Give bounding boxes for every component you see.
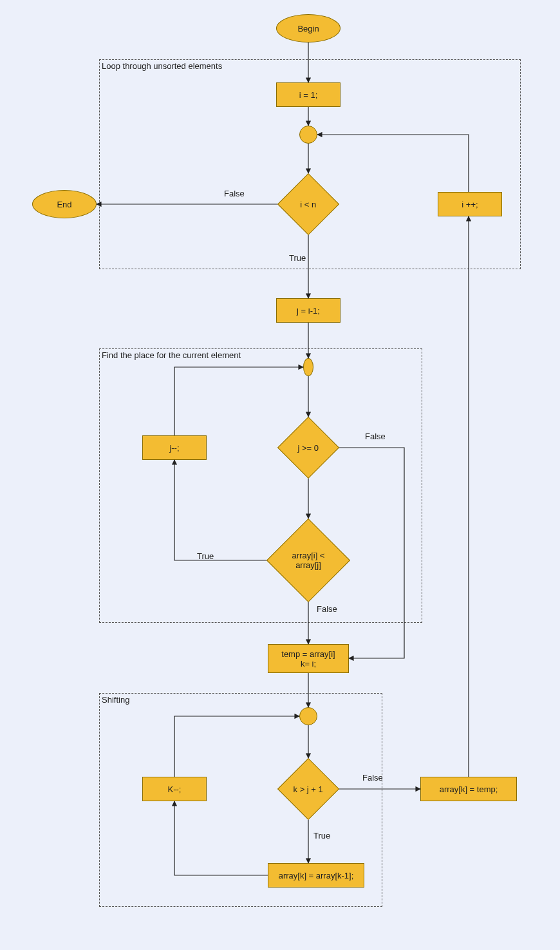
temp-node: temp = array[i] k= i; [268, 644, 349, 673]
j-init-node: j = i-1; [276, 298, 341, 323]
i-init-node: i = 1; [276, 82, 341, 107]
cond-i-label: i < n [287, 200, 330, 209]
assign-k-label: array[k] = array[k-1]; [279, 871, 354, 880]
lbl-false-4: False [362, 773, 383, 783]
group-find-title: Find the place for the current element [102, 350, 241, 360]
lbl-true-1: True [289, 253, 306, 263]
k-dec-node: K--; [142, 777, 207, 801]
i-inc-label: i ++; [462, 200, 478, 209]
lbl-true-4: True [313, 831, 330, 841]
group-shift-title: Shifting [102, 695, 129, 705]
group-find: Find the place for the current element [99, 348, 422, 623]
j-dec-node: j--; [142, 435, 207, 460]
lbl-false-3: False [317, 604, 337, 614]
temp-label: temp = array[i] k= i; [281, 649, 335, 669]
end-label: End [57, 200, 71, 209]
lbl-false-1: False [224, 189, 245, 198]
cond-j-label: j >= 0 [287, 443, 330, 453]
group-loop-title: Loop through unsorted elements [102, 61, 222, 71]
lbl-false-2: False [365, 432, 386, 441]
i-init-label: i = 1; [299, 90, 318, 100]
cond-cmp-label: array[i] < array[j] [279, 551, 337, 570]
merge-3 [299, 707, 317, 725]
merge-1 [299, 126, 317, 144]
cond-k-label: k > j + 1 [287, 784, 330, 794]
lbl-true-2: True [197, 551, 214, 561]
begin-label: Begin [297, 24, 319, 33]
assign-k-node: array[k] = array[k-1]; [268, 863, 364, 888]
k-dec-label: K--; [168, 784, 182, 794]
end-node: End [32, 190, 97, 218]
j-dec-label: j--; [169, 443, 179, 453]
j-init-label: j = i-1; [297, 306, 320, 316]
flowchart-canvas: Loop through unsorted elements Find the … [0, 0, 560, 950]
i-inc-node: i ++; [438, 192, 502, 216]
begin-node: Begin [276, 14, 341, 43]
merge-2 [303, 358, 313, 376]
assign-temp-node: array[k] = temp; [420, 777, 517, 801]
assign-temp-label: array[k] = temp; [440, 784, 498, 794]
